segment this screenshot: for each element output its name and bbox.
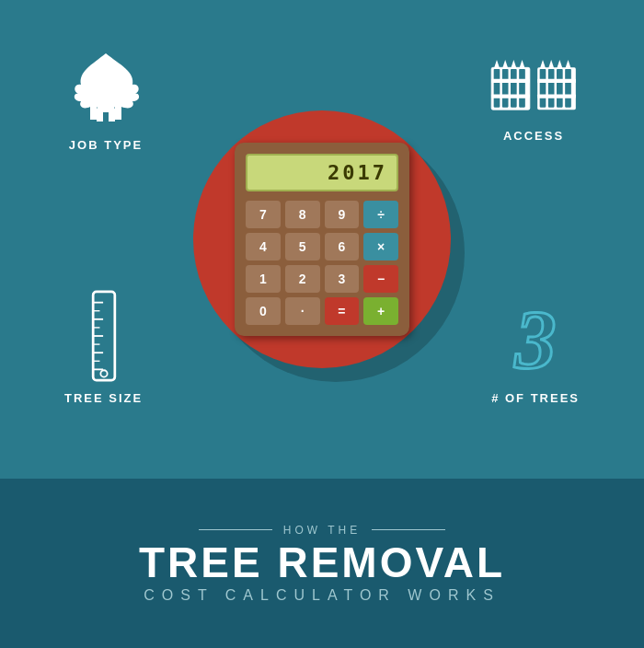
svg-rect-8 xyxy=(519,69,525,108)
job-type-item: JOB TYPE xyxy=(64,46,147,152)
btn-div: ÷ xyxy=(363,201,398,228)
top-section: JOB TYPE xyxy=(0,0,644,479)
tree-size-label: TREE SIZE xyxy=(64,391,143,405)
calculator: 2017 7 8 9 ÷ 4 5 6 × 1 2 3 − 0 · = + xyxy=(235,143,409,336)
btn-1: 1 xyxy=(246,265,281,293)
svg-marker-24 xyxy=(557,60,563,69)
number-three: 3 xyxy=(515,299,557,382)
svg-marker-11 xyxy=(494,60,500,69)
calc-buttons: 7 8 9 ÷ 4 5 6 × 1 2 3 − 0 · = + xyxy=(246,201,398,325)
btn-0: 0 xyxy=(246,297,281,325)
btn-plus: + xyxy=(363,297,398,325)
access-item: ACCESS xyxy=(488,46,580,143)
svg-rect-16 xyxy=(540,69,546,108)
svg-rect-6 xyxy=(502,69,509,108)
btn-5: 5 xyxy=(285,233,320,260)
svg-marker-25 xyxy=(565,60,571,69)
svg-rect-20 xyxy=(537,79,576,83)
btn-9: 9 xyxy=(325,201,360,228)
how-the-text: HOW THE xyxy=(199,524,445,537)
job-type-label: JOB TYPE xyxy=(69,138,143,152)
ruler-icon xyxy=(81,290,127,382)
num-trees-item: 3 # OF TREES xyxy=(491,299,580,405)
svg-marker-22 xyxy=(540,60,546,69)
svg-rect-18 xyxy=(557,69,563,108)
svg-rect-7 xyxy=(511,69,517,108)
btn-dot: · xyxy=(285,297,320,325)
btn-eq: = xyxy=(325,297,360,325)
btn-6: 6 xyxy=(325,233,360,260)
subtitle: COST CALCULATOR WORKS xyxy=(144,587,500,604)
calc-display: 2017 xyxy=(246,154,398,191)
svg-marker-13 xyxy=(511,60,517,69)
main-title: TREE REMOVAL xyxy=(139,541,505,584)
svg-rect-5 xyxy=(494,69,500,108)
btn-8: 8 xyxy=(285,201,320,228)
svg-rect-2 xyxy=(103,112,109,122)
btn-minus: − xyxy=(363,265,398,293)
btn-3: 3 xyxy=(325,265,360,293)
bottom-section: HOW THE TREE REMOVAL COST CALCULATOR WOR… xyxy=(0,479,644,648)
svg-rect-9 xyxy=(491,79,530,83)
svg-rect-10 xyxy=(491,95,530,98)
svg-marker-14 xyxy=(519,60,525,69)
svg-rect-21 xyxy=(537,95,576,98)
num-trees-label: # OF TREES xyxy=(491,391,580,405)
btn-7: 7 xyxy=(246,201,281,228)
tree-icon xyxy=(64,46,147,129)
svg-marker-23 xyxy=(548,60,555,69)
svg-rect-19 xyxy=(565,69,571,108)
svg-marker-12 xyxy=(502,60,509,69)
access-label: ACCESS xyxy=(503,129,564,143)
calculator-circle: 2017 7 8 9 ÷ 4 5 6 × 1 2 3 − 0 · = + xyxy=(193,110,451,368)
btn-2: 2 xyxy=(285,265,320,293)
tree-size-item: TREE SIZE xyxy=(64,290,143,405)
svg-rect-17 xyxy=(548,69,555,108)
fence-icon xyxy=(488,46,580,120)
btn-mul: × xyxy=(363,233,398,260)
btn-4: 4 xyxy=(246,233,281,260)
svg-point-36 xyxy=(100,370,107,376)
